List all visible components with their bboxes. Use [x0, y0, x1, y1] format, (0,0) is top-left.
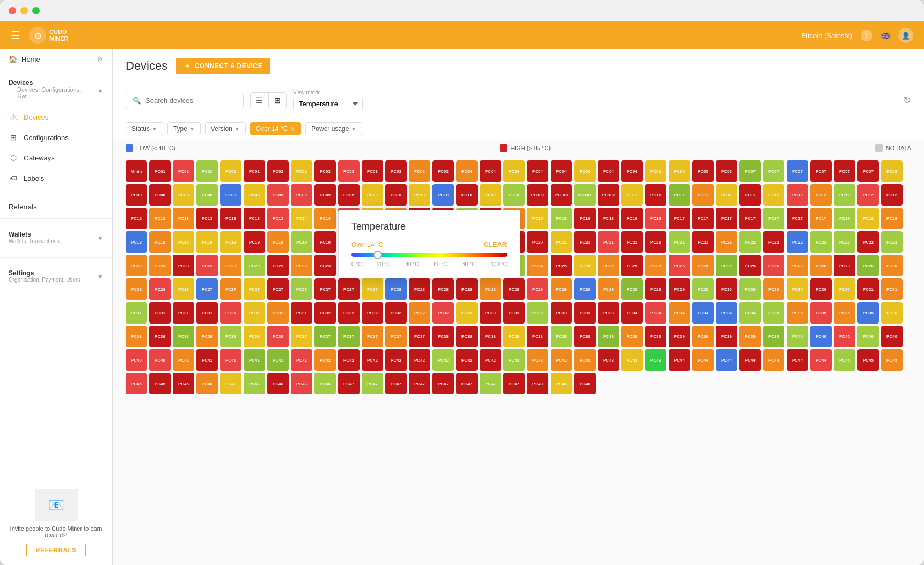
- device-tile[interactable]: PC23: [314, 255, 336, 276]
- device-tile[interactable]: PC27: [196, 278, 218, 300]
- device-tile[interactable]: PC08: [149, 184, 171, 206]
- device-tile[interactable]: PC11: [739, 184, 761, 206]
- device-tile[interactable]: PC29: [551, 278, 572, 300]
- device-tile[interactable]: PC04: [503, 160, 525, 182]
- sidebar-item-labels[interactable]: 🏷 Labels: [0, 168, 112, 188]
- device-tile[interactable]: PC10: [385, 184, 407, 206]
- device-tile[interactable]: PC35: [787, 302, 808, 324]
- device-tile[interactable]: PC28: [385, 278, 407, 300]
- device-tile[interactable]: PC47: [338, 373, 360, 394]
- device-tile[interactable]: PC28: [432, 278, 454, 300]
- device-tile[interactable]: PC40: [149, 349, 171, 371]
- device-tile[interactable]: PC38: [551, 326, 572, 347]
- device-tile[interactable]: PC12: [881, 184, 903, 206]
- device-tile[interactable]: PC33: [551, 302, 572, 324]
- device-tile[interactable]: Minin: [126, 160, 147, 182]
- device-tile[interactable]: PC28: [456, 278, 478, 300]
- device-tile[interactable]: PC19: [267, 231, 289, 253]
- device-tile[interactable]: PC39: [692, 326, 714, 347]
- device-tile[interactable]: PC05: [645, 160, 666, 182]
- device-tile[interactable]: PC09: [338, 184, 360, 206]
- device-tile[interactable]: PC44: [763, 349, 784, 371]
- device-tile[interactable]: PC19: [196, 231, 218, 253]
- device-tile[interactable]: PC102: [598, 184, 619, 206]
- device-tile[interactable]: PC16: [598, 208, 619, 229]
- device-tile[interactable]: PC11: [621, 184, 643, 206]
- device-tile[interactable]: PC31: [149, 302, 171, 324]
- sidebar-item-gateways[interactable]: ⬡ Gateways: [0, 148, 112, 168]
- device-tile[interactable]: PC43: [598, 349, 619, 371]
- device-tile[interactable]: PC26: [149, 278, 171, 300]
- filter-status[interactable]: Status ▼: [126, 122, 163, 135]
- device-tile[interactable]: PC03: [314, 160, 336, 182]
- device-tile[interactable]: PC100: [527, 184, 548, 206]
- filter-temperature[interactable]: Over 14 °C ✕: [250, 122, 301, 135]
- device-tile[interactable]: PC41: [267, 349, 289, 371]
- device-tile[interactable]: PC17: [669, 208, 690, 229]
- device-tile[interactable]: PC26: [810, 255, 832, 276]
- device-tile[interactable]: PC37: [314, 326, 336, 347]
- device-tile[interactable]: PC01: [173, 160, 194, 182]
- device-tile[interactable]: PC12: [834, 184, 855, 206]
- filter-type[interactable]: Type ▼: [167, 122, 201, 135]
- device-tile[interactable]: PC36: [267, 326, 289, 347]
- device-tile[interactable]: PC42: [338, 349, 360, 371]
- device-tile[interactable]: PC26: [834, 255, 855, 276]
- device-tile[interactable]: PC05: [692, 160, 714, 182]
- settings-collapse-icon[interactable]: ▼: [97, 273, 104, 281]
- device-tile[interactable]: PC27: [267, 278, 289, 300]
- device-tile[interactable]: PC36: [881, 302, 903, 324]
- device-tile[interactable]: PC29: [669, 278, 690, 300]
- device-tile[interactable]: PC03: [385, 160, 407, 182]
- device-tile[interactable]: PC13: [149, 208, 171, 229]
- device-tile[interactable]: PC32: [409, 302, 430, 324]
- maximize-btn[interactable]: [32, 7, 40, 14]
- temp-slider-track[interactable]: [351, 253, 507, 257]
- device-tile[interactable]: PC07: [810, 160, 832, 182]
- device-tile[interactable]: PC08: [196, 184, 218, 206]
- device-tile[interactable]: PC16: [645, 208, 666, 229]
- device-tile[interactable]: PC36: [196, 326, 218, 347]
- device-tile[interactable]: PC42: [456, 349, 478, 371]
- device-tile[interactable]: PC18: [834, 208, 855, 229]
- device-tile[interactable]: PC22: [810, 231, 832, 253]
- device-tile[interactable]: PC35: [857, 302, 879, 324]
- device-tile[interactable]: PC04: [527, 160, 548, 182]
- temp-clear-button[interactable]: CLEAR: [483, 241, 507, 248]
- device-tile[interactable]: PC04: [456, 160, 478, 182]
- device-tile[interactable]: PC46: [196, 373, 218, 394]
- device-tile[interactable]: PC18: [881, 208, 903, 229]
- device-tile[interactable]: PC31: [196, 302, 218, 324]
- device-tile[interactable]: PC01: [220, 160, 241, 182]
- device-tile[interactable]: PC03: [338, 160, 360, 182]
- device-tile[interactable]: PC44: [669, 349, 690, 371]
- device-tile[interactable]: PC23: [220, 255, 241, 276]
- device-tile[interactable]: PC12: [810, 184, 832, 206]
- metric-select[interactable]: Temperature Hashrate Power Efficiency: [293, 97, 363, 111]
- device-tile[interactable]: PC25: [692, 255, 714, 276]
- device-tile[interactable]: PC36: [149, 326, 171, 347]
- device-tile[interactable]: PC33: [503, 302, 525, 324]
- device-tile[interactable]: PC10: [409, 184, 430, 206]
- device-tile[interactable]: PC11: [692, 184, 714, 206]
- device-tile[interactable]: PC23: [149, 255, 171, 276]
- device-tile[interactable]: PC40: [787, 326, 808, 347]
- device-tile[interactable]: PC22: [857, 231, 879, 253]
- device-tile[interactable]: PC37: [409, 326, 430, 347]
- device-tile[interactable]: PC11: [645, 184, 666, 206]
- device-tile[interactable]: PC14: [314, 208, 336, 229]
- device-tile[interactable]: PC35: [763, 302, 784, 324]
- device-tile[interactable]: PC40: [881, 326, 903, 347]
- device-tile[interactable]: PC30: [763, 278, 784, 300]
- device-tile[interactable]: PC16: [574, 208, 596, 229]
- device-tile[interactable]: PC17: [716, 208, 737, 229]
- device-tile[interactable]: PC43: [621, 349, 643, 371]
- device-tile[interactable]: PC41: [173, 349, 194, 371]
- device-tile[interactable]: PC31: [220, 302, 241, 324]
- device-tile[interactable]: PC30: [739, 278, 761, 300]
- device-tile[interactable]: PC19: [291, 231, 312, 253]
- sidebar-item-referrals[interactable]: Referrals: [0, 197, 112, 216]
- device-tile[interactable]: PC28: [362, 278, 383, 300]
- device-tile[interactable]: PC16: [621, 208, 643, 229]
- device-tile[interactable]: PC44: [787, 349, 808, 371]
